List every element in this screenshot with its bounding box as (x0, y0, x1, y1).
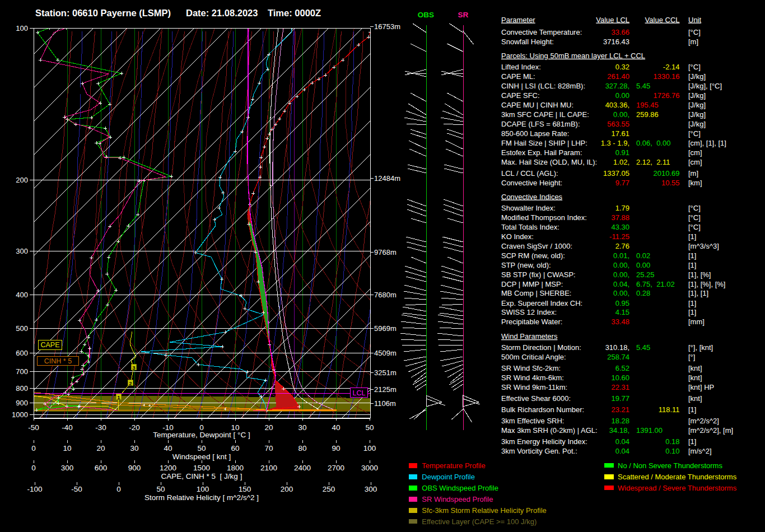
svg-text:33.66: 33.66 (611, 28, 629, 36)
svg-text:16753m: 16753m (374, 22, 400, 31)
svg-text:5.45: 5.45 (636, 82, 650, 90)
svg-text:SWISS 12 Index:: SWISS 12 Index: (501, 308, 557, 316)
svg-text:19.77: 19.77 (611, 394, 629, 403)
svg-text:800: 800 (16, 384, 28, 393)
svg-text:1800: 1800 (227, 464, 244, 472)
svg-text:Estofex Exp. Hail Param:: Estofex Exp. Hail Param: (501, 148, 582, 157)
svg-text:[m^2/s^2]: [m^2/s^2] (688, 417, 719, 425)
svg-text:-40: -40 (62, 423, 73, 432)
svg-text:[J/kg]: [J/kg] (688, 101, 706, 109)
svg-text:310.18,: 310.18, (605, 343, 629, 352)
svg-text:22.31: 22.31 (611, 383, 629, 391)
svg-text:1391.00: 1391.00 (636, 426, 663, 435)
svg-text:33.48: 33.48 (611, 318, 629, 326)
svg-text:3: 3 (132, 365, 135, 371)
svg-text:3km Vorticity Gen. Pot.:: 3km Vorticity Gen. Pot.: (501, 447, 577, 455)
svg-text:Value CCL: Value CCL (645, 16, 680, 24)
svg-text:[1]: [1] (688, 261, 696, 269)
svg-text:Snowfall Height:: Snowfall Height: (501, 38, 554, 46)
svg-text:20: 20 (96, 444, 105, 452)
svg-text:LCL: LCL (353, 389, 366, 397)
svg-text:563.55: 563.55 (607, 120, 629, 128)
svg-text:34.18,: 34.18, (609, 426, 629, 435)
svg-text:1.79: 1.79 (615, 204, 629, 212)
svg-text:[1]: [1] (688, 232, 696, 241)
svg-text:Storm Relative Helicity [ m^2/: Storm Relative Helicity [ m^2/s^2 ] (144, 493, 259, 502)
svg-text:1.02,: 1.02, (613, 158, 629, 166)
svg-text:CAPE: CAPE (40, 341, 59, 349)
svg-text:CAPE MU | CINH MU:: CAPE MU | CINH MU: (501, 101, 573, 109)
svg-text:5.45: 5.45 (636, 343, 650, 352)
svg-text:Windspeed [ knt ]: Windspeed [ knt ] (172, 452, 231, 461)
svg-text:3000: 3000 (361, 464, 378, 472)
svg-text:[1]: [1] (688, 308, 696, 316)
svg-text:600: 600 (16, 349, 28, 357)
svg-text:-50: -50 (71, 485, 82, 493)
svg-text:327.28,: 327.28, (605, 82, 629, 90)
svg-text:[°C]: [°C] (688, 129, 701, 138)
svg-text:50: 50 (156, 485, 165, 493)
svg-text:No / Non Severe Thunderstorms: No / Non Severe Thunderstorms (618, 461, 722, 470)
svg-text:3716.43: 3716.43 (603, 38, 629, 46)
svg-text:118.11: 118.11 (659, 405, 680, 414)
svg-text:5969m: 5969m (374, 324, 397, 333)
svg-text:0.02: 0.02 (636, 251, 650, 260)
svg-text:1: 1 (117, 394, 120, 400)
svg-text:CINH * 5: CINH * 5 (44, 357, 72, 365)
svg-text:Wind Parameters: Wind Parameters (501, 332, 558, 340)
svg-text:2010.69: 2010.69 (654, 169, 680, 178)
svg-text:0.04: 0.04 (615, 447, 629, 455)
svg-text:Convective Indices: Convective Indices (501, 193, 563, 201)
svg-text:0.01,: 0.01, (613, 251, 629, 260)
svg-text:600: 600 (95, 464, 108, 472)
svg-text:Unit: Unit (688, 16, 702, 24)
svg-text:40: 40 (164, 444, 172, 452)
svg-text:CAPE, CINH * 5 [ J/kg ]: CAPE, CINH * 5 [ J/kg ] (161, 472, 242, 480)
svg-text:SCP RM (new, old):: SCP RM (new, old): (501, 251, 565, 260)
svg-text:250: 250 (323, 485, 335, 493)
svg-text:43.30: 43.30 (611, 223, 629, 231)
svg-text:[cm]: [cm] (688, 148, 702, 157)
svg-text:SR: SR (458, 11, 469, 19)
svg-text:37.88: 37.88 (611, 213, 629, 222)
svg-text:[J/kg]: [J/kg] (688, 120, 706, 128)
svg-text:MB Comp | SHERBE:: MB Comp | SHERBE: (501, 289, 571, 297)
svg-text:1000: 1000 (12, 410, 28, 419)
svg-text:25.25: 25.25 (636, 270, 655, 279)
svg-text:KO Index:: KO Index: (501, 232, 534, 241)
svg-text:Convective Temperature:: Convective Temperature: (501, 28, 582, 36)
svg-text:17.61: 17.61 (611, 129, 629, 138)
svg-text:150: 150 (239, 485, 251, 493)
svg-text:0.18: 0.18 (665, 437, 679, 446)
svg-text:[J/kg]: [J/kg] (688, 72, 706, 81)
svg-text:LCL / CCL (AGL):: LCL / CCL (AGL): (501, 169, 558, 178)
svg-text:0.00: 0.00 (615, 91, 629, 100)
svg-text:Temperature, Dewpoint [ °C ]: Temperature, Dewpoint [ °C ] (153, 431, 250, 439)
svg-text:30: 30 (130, 444, 138, 452)
svg-text:[°C]: [°C] (688, 63, 701, 71)
svg-text:Scattered / Moderate Thunderst: Scattered / Moderate Thunderstorms (618, 473, 737, 481)
svg-text:10.60: 10.60 (611, 374, 629, 382)
svg-text:10.55: 10.55 (661, 179, 680, 187)
svg-text:0.00,: 0.00, (613, 270, 629, 279)
svg-text:[°C]: [°C] (688, 204, 701, 212)
svg-text:Bulk Richardson Number:: Bulk Richardson Number: (501, 405, 584, 414)
svg-text:195.45: 195.45 (636, 101, 659, 109)
svg-text:50: 50 (365, 423, 374, 432)
svg-text:0.91: 0.91 (615, 148, 629, 157)
svg-text:[1]: [1] (688, 437, 696, 446)
svg-text:40: 40 (332, 423, 340, 432)
svg-text:Widespread / Severe Thundersto: Widespread / Severe Thunderstorms (618, 484, 737, 492)
svg-text:1200: 1200 (160, 464, 176, 472)
svg-text:[1]: [1] (688, 299, 696, 307)
svg-text:Sfc-3km Storm Relative Helicit: Sfc-3km Storm Relative Helicity Profile (422, 506, 547, 515)
svg-text:200: 200 (281, 485, 293, 493)
svg-text:[1], [%]: [1], [%] (688, 270, 711, 279)
svg-text:3km Effective SRH:: 3km Effective SRH: (501, 417, 564, 425)
svg-text:Dewpoint Profile: Dewpoint Profile (422, 473, 475, 481)
svg-text:Station: 06610 Payerne (LSMP): Station: 06610 Payerne (LSMP) (35, 8, 171, 18)
svg-text:0.04: 0.04 (615, 437, 629, 446)
svg-text:30: 30 (298, 423, 306, 432)
svg-text:0.00: 0.00 (636, 261, 650, 269)
svg-text:[knt] HP: [knt] HP (688, 383, 714, 391)
